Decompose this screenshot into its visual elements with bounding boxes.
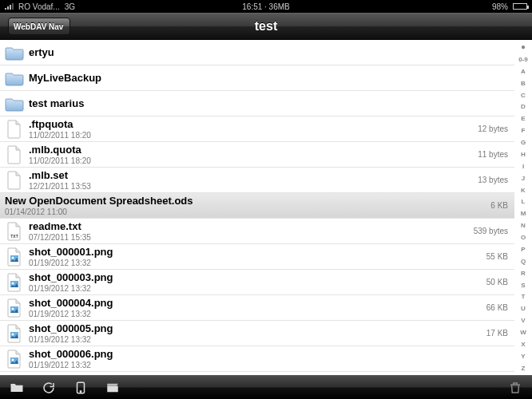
file-date: 12/21/2011 13:53 (29, 182, 471, 191)
file-icon (5, 120, 24, 139)
svg-point-6 (12, 307, 14, 310)
folder-icon (5, 94, 24, 113)
list-item[interactable]: shot_000006.png01/19/2012 13:32 (0, 346, 514, 372)
index-letter[interactable]: N (514, 223, 532, 229)
list-item[interactable]: shot_000003.png01/19/2012 13:3250 KB (0, 270, 514, 295)
file-icon (5, 145, 24, 164)
file-date: 01/14/2012 11:00 (5, 207, 484, 216)
file-date: 01/19/2012 13:32 (29, 335, 480, 344)
battery-icon (513, 3, 527, 10)
folder-icon (5, 43, 24, 62)
file-date: 01/19/2012 13:32 (29, 310, 480, 318)
file-size: 17 KB (480, 329, 508, 338)
index-letter[interactable]: F (514, 128, 532, 134)
list-item[interactable]: .mlb.quota11/02/2011 18:2011 bytes (0, 142, 514, 168)
clapperboard-icon[interactable] (104, 379, 121, 397)
svg-text:TXT: TXT (10, 234, 18, 239)
file-date: 01/19/2012 13:32 (29, 259, 480, 267)
index-letter[interactable]: C (514, 93, 532, 99)
file-date: 01/19/2012 13:32 (29, 361, 508, 369)
file-name: ertyu (29, 46, 508, 58)
file-name: readme.txt (29, 220, 467, 232)
index-letter[interactable]: M (514, 211, 532, 217)
file-name: New OpenDocument Spreadsheet.ods (5, 195, 484, 207)
index-letter[interactable]: P (514, 247, 532, 253)
index-letter[interactable]: Y (514, 354, 532, 360)
index-letter[interactable]: E (514, 116, 532, 122)
trash-icon[interactable] (506, 379, 524, 397)
file-name: shot_000006.png (29, 348, 508, 360)
nav-bar: WebDAV Nav test (0, 13, 532, 40)
list-item[interactable]: MyLiveBackup (0, 65, 514, 91)
file-size: 539 bytes (467, 227, 508, 235)
battery-percent-label: 98% (492, 2, 508, 11)
file-size: 55 KB (480, 252, 508, 261)
index-letter[interactable]: V (514, 318, 532, 324)
index-letter[interactable]: 0-9 (514, 57, 532, 63)
list-item[interactable]: .ftpquota11/02/2011 18:2012 bytes (0, 117, 514, 142)
list-item[interactable]: TXTreadme.txt07/12/2011 15:35539 bytes (0, 219, 514, 244)
image-file-icon (5, 350, 24, 369)
file-date: 11/02/2011 18:20 (29, 156, 471, 165)
list-item[interactable]: shot_000005.png01/19/2012 13:3217 KB (0, 321, 514, 346)
index-letter[interactable]: O (514, 235, 532, 241)
index-letter[interactable]: J (514, 176, 532, 182)
index-letter[interactable]: A (514, 69, 532, 75)
index-letter[interactable]: ● (514, 43, 532, 51)
index-letter[interactable]: D (514, 104, 532, 110)
file-date: 11/02/2011 18:20 (29, 131, 471, 140)
carrier-label: RO Vodaf... (18, 2, 60, 11)
file-date: 07/12/2011 15:35 (29, 233, 467, 242)
signal-icon (5, 3, 14, 10)
file-name: shot_000004.png (29, 297, 480, 309)
index-letter[interactable]: U (514, 306, 532, 312)
list-item[interactable]: shot_000004.png01/19/2012 13:3266 KB (0, 295, 514, 321)
file-size: 11 bytes (471, 150, 508, 159)
back-button[interactable]: WebDAV Nav (8, 18, 70, 35)
file-size: 13 bytes (471, 176, 508, 184)
list-item[interactable]: .mlb.set12/21/2011 13:5313 bytes (0, 168, 514, 193)
svg-rect-13 (107, 385, 118, 392)
status-bar: RO Vodaf... 3G 16:51 · 36MB 98% (0, 0, 532, 13)
svg-point-2 (12, 256, 14, 259)
device-icon[interactable] (72, 379, 89, 397)
index-letter[interactable]: X (514, 342, 532, 348)
folder-icon (5, 69, 24, 88)
page-title: test (255, 19, 277, 34)
index-letter[interactable]: B (514, 81, 532, 87)
index-letter[interactable]: G (514, 140, 532, 146)
index-letter[interactable]: K (514, 188, 532, 194)
file-date: 01/19/2012 13:32 (29, 284, 480, 293)
file-name: .mlb.set (29, 169, 471, 181)
list-item[interactable]: test marius (0, 91, 514, 117)
index-letter[interactable]: Q (514, 259, 532, 265)
file-name: shot_000003.png (29, 271, 480, 283)
section-index[interactable]: ●0-9ABCDEFGHIJKLMNOPQRSTUVWXYZ (514, 40, 532, 375)
network-label: 3G (65, 2, 75, 11)
file-name: shot_000005.png (29, 322, 480, 334)
index-letter[interactable]: S (514, 282, 532, 289)
index-letter[interactable]: H (514, 152, 532, 158)
index-letter[interactable]: R (514, 271, 532, 277)
file-list[interactable]: ertyuMyLiveBackuptest marius.ftpquota11/… (0, 40, 514, 375)
file-list-container: ertyuMyLiveBackuptest marius.ftpquota11/… (0, 40, 532, 375)
index-letter[interactable]: Z (514, 365, 532, 372)
index-letter[interactable]: L (514, 199, 532, 205)
image-file-icon (5, 273, 24, 292)
refresh-icon[interactable] (40, 379, 58, 397)
file-icon (5, 171, 24, 190)
image-file-icon (5, 247, 24, 267)
index-letter[interactable]: W (514, 330, 532, 336)
list-item[interactable]: New OpenDocument Spreadsheet.ods01/14/20… (0, 193, 514, 219)
folder-open-icon[interactable] (8, 379, 26, 397)
index-letter[interactable]: I (514, 164, 532, 170)
list-item[interactable]: ertyu (0, 40, 514, 65)
svg-point-12 (80, 390, 81, 392)
svg-point-8 (12, 333, 14, 335)
back-button-label: WebDAV Nav (14, 22, 63, 31)
file-size: 12 bytes (471, 124, 508, 133)
image-file-icon (5, 324, 24, 343)
list-item[interactable]: shot_000001.png01/19/2012 13:3255 KB (0, 244, 514, 270)
file-name: MyLiveBackup (29, 72, 508, 84)
index-letter[interactable]: T (514, 294, 532, 300)
